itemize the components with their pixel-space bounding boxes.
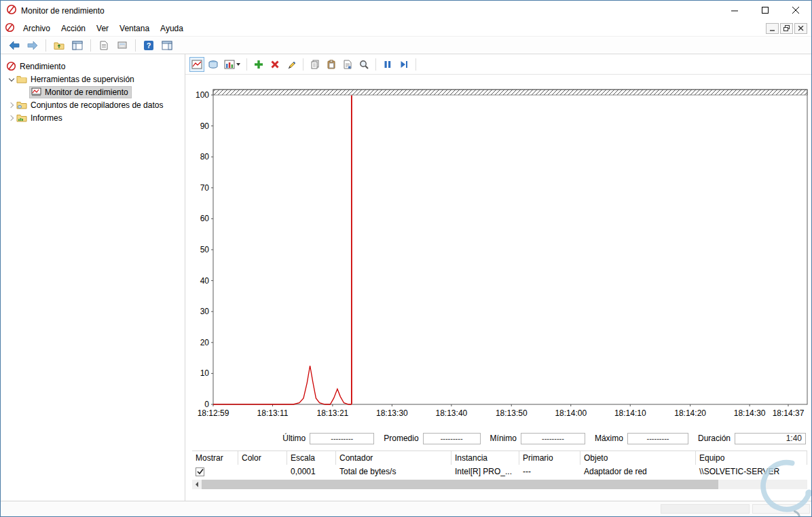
tree-item-label: Monitor de rendimiento — [45, 88, 128, 97]
close-button[interactable] — [781, 1, 811, 20]
zoom-button[interactable] — [356, 57, 371, 72]
chevron-down-icon[interactable] — [6, 78, 16, 81]
svg-text:18:13:30: 18:13:30 — [376, 408, 408, 418]
counter-computer-cell: \\SOLVETIC-SERVER — [696, 467, 807, 476]
chevron-right-icon[interactable] — [6, 116, 16, 120]
highlight-button[interactable] — [284, 57, 299, 72]
up-one-level-button[interactable] — [51, 38, 67, 53]
last-label: Último — [282, 434, 306, 443]
toolbar-separator — [375, 58, 376, 71]
svg-text:18:14:00: 18:14:00 — [555, 408, 587, 418]
column-header-color[interactable]: Color — [238, 451, 287, 465]
update-data-button[interactable] — [396, 57, 411, 72]
duration-label: Duración — [698, 434, 731, 443]
view-log-data-button[interactable] — [206, 57, 221, 72]
scroll-left-button[interactable] — [192, 480, 202, 489]
perfmon-window: Monitor de rendimiento Archivo Acción Ve… — [0, 0, 812, 517]
minimize-button[interactable] — [720, 1, 750, 20]
svg-text:18:12:59: 18:12:59 — [198, 408, 229, 418]
tree-item-conjuntos-de-recopiladores[interactable]: Conjuntos de recopiladores de datos — [1, 98, 185, 111]
legend-row-checkbox[interactable] — [192, 467, 238, 476]
legend-header-row: Mostrar Color Escala Contador Instancia … — [192, 451, 807, 465]
legend-horizontal-scrollbar[interactable] — [192, 480, 807, 489]
tree-item-herramientas-de-supervision[interactable]: Herramientas de supervisión — [1, 73, 185, 85]
copy-properties-button[interactable] — [308, 57, 322, 72]
menu-ver[interactable]: Ver — [91, 22, 114, 35]
mdi-restore-button[interactable] — [780, 23, 793, 34]
tree-item-informes[interactable]: Informes — [1, 111, 185, 124]
svg-text:18:14:37: 18:14:37 — [773, 408, 805, 418]
svg-text:70: 70 — [200, 183, 210, 193]
arrow-left-icon — [196, 482, 198, 487]
forward-button[interactable] — [24, 38, 41, 53]
perfmon-app-icon — [6, 4, 17, 17]
tree-item-rendimiento[interactable]: Rendimiento — [1, 60, 185, 73]
add-counter-button[interactable] — [251, 57, 266, 72]
tree-item-label: Conjuntos de recopiladores de datos — [31, 100, 163, 110]
export-list-button[interactable] — [96, 38, 112, 53]
svg-text:18:13:40: 18:13:40 — [436, 408, 468, 418]
counter-name-cell: Total de bytes/s — [336, 467, 451, 476]
main-area: Rendimiento Herramientas de supervisión … — [1, 54, 811, 501]
show-hide-console-tree-button[interactable] — [69, 38, 86, 53]
column-header-objeto[interactable]: Objeto — [580, 451, 696, 465]
properties-button[interactable] — [114, 38, 130, 53]
perfmon-node-icon — [6, 61, 16, 71]
column-header-escala[interactable]: Escala — [287, 451, 336, 465]
svg-text:60: 60 — [200, 214, 210, 223]
counter-row[interactable]: 0,0001 Total de bytes/s Intel[R] PRO_...… — [192, 465, 807, 478]
menu-ayuda[interactable]: Ayuda — [155, 22, 189, 35]
tree-item-label: Herramientas de supervisión — [31, 75, 134, 84]
column-header-mostrar[interactable]: Mostrar — [192, 451, 238, 465]
tree-item-monitor-de-rendimiento[interactable]: Monitor de rendimiento — [1, 85, 185, 98]
column-header-contador[interactable]: Contador — [336, 451, 451, 465]
minimum-value: --------- — [521, 433, 585, 444]
maximize-button[interactable] — [750, 1, 781, 20]
maximum-label: Máximo — [595, 434, 623, 443]
last-value: --------- — [310, 433, 374, 444]
show-hide-action-pane-button[interactable] — [159, 38, 175, 53]
mdi-close-button[interactable] — [794, 23, 807, 34]
svg-text:18:13:50: 18:13:50 — [496, 408, 528, 418]
mdi-minimize-button[interactable] — [766, 23, 779, 34]
duration-value: 1:40 — [735, 433, 806, 444]
chevron-down-icon — [236, 63, 240, 66]
selected-tree-item: Monitor de rendimiento — [29, 86, 132, 98]
delete-counter-button[interactable] — [267, 57, 282, 72]
change-graph-type-dropdown[interactable] — [222, 57, 242, 72]
toolbar-separator — [303, 58, 303, 71]
view-current-activity-button[interactable] — [189, 57, 204, 72]
counter-scale-cell: 0,0001 — [287, 467, 336, 476]
average-value: --------- — [423, 433, 481, 444]
svg-text:90: 90 — [200, 121, 210, 131]
help-button[interactable]: ? — [141, 38, 157, 53]
back-button[interactable] — [6, 38, 22, 53]
menu-ventana[interactable]: Ventana — [114, 22, 155, 35]
paste-counter-list-button[interactable] — [324, 57, 339, 72]
toolbar-separator — [90, 39, 91, 52]
status-segment — [752, 504, 810, 514]
column-header-instancia[interactable]: Instancia — [451, 451, 519, 465]
svg-text:10: 10 — [200, 368, 210, 378]
chevron-right-icon[interactable] — [6, 103, 16, 107]
svg-text:18:14:20: 18:14:20 — [674, 408, 706, 418]
freeze-display-button[interactable] — [380, 57, 395, 72]
scrollbar-track[interactable] — [718, 480, 807, 489]
perfmon-menu-icon — [5, 22, 15, 35]
show-counter-checkbox[interactable] — [196, 467, 204, 476]
svg-text:100: 100 — [196, 90, 209, 100]
svg-text:50: 50 — [200, 245, 210, 254]
average-label: Promedio — [384, 434, 418, 443]
svg-text:18:13:21: 18:13:21 — [317, 408, 349, 418]
counter-primary-cell: --- — [519, 467, 580, 476]
menu-accion[interactable]: Acción — [56, 22, 91, 35]
column-header-equipo[interactable]: Equipo — [696, 451, 807, 465]
scrollbar-thumb[interactable] — [202, 480, 718, 489]
console-tree: Rendimiento Herramientas de supervisión … — [1, 54, 185, 501]
minimum-label: Mínimo — [490, 434, 517, 443]
folder-icon — [16, 75, 27, 83]
menu-archivo[interactable]: Archivo — [18, 22, 56, 35]
properties-button[interactable] — [340, 57, 355, 72]
panel-toolbar — [185, 54, 811, 75]
column-header-primario[interactable]: Primario — [519, 451, 580, 465]
